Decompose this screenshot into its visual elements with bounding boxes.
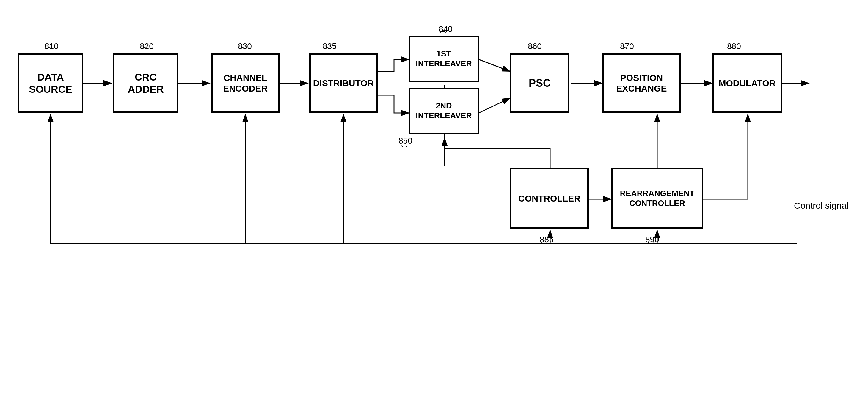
rearrangement-controller-label: REARRANGEMENTCONTROLLER	[620, 189, 695, 208]
ref-810: 810	[44, 42, 59, 51]
controller-label: CONTROLLER	[518, 193, 580, 204]
controller-block: CONTROLLER	[510, 168, 589, 229]
interleaver1-block: 1STINTERLEAVER	[409, 36, 479, 82]
ref-830: 830	[238, 42, 252, 51]
modulator-block: MODULATOR	[712, 54, 782, 113]
modulator-label: MODULATOR	[718, 78, 776, 89]
position-exchange-block: POSITIONEXCHANGE	[602, 54, 681, 113]
svg-line-5	[479, 60, 510, 71]
interleaver2-block: 2NDINTERLEAVER	[409, 88, 479, 134]
distributor-block: DISTRIBUTOR	[309, 54, 378, 113]
ref-890: 890	[645, 235, 659, 244]
interleaver2-label: 2NDINTERLEAVER	[416, 101, 472, 121]
svg-line-6	[479, 98, 510, 113]
ref-835: 835	[323, 42, 337, 51]
ref-820: 820	[140, 42, 154, 51]
data-source-block: DATA SOURCE	[18, 54, 83, 113]
ref-880: 880	[727, 42, 741, 51]
ref-840: 840	[439, 24, 453, 34]
diagram: DATA SOURCE CRCADDER CHANNELENCODER DIST…	[0, 0, 868, 403]
psc-label: PSC	[529, 77, 551, 90]
channel-encoder-block: CHANNELENCODER	[211, 54, 280, 113]
channel-encoder-label: CHANNELENCODER	[223, 72, 268, 94]
distributor-label: DISTRIBUTOR	[313, 78, 374, 89]
ref-885: 885	[540, 235, 554, 244]
position-exchange-label: POSITIONEXCHANGE	[616, 72, 667, 94]
crc-adder-block: CRCADDER	[113, 54, 178, 113]
ref-850: 850	[399, 136, 412, 146]
interleaver1-label: 1STINTERLEAVER	[416, 49, 472, 68]
rearrangement-controller-block: REARRANGEMENTCONTROLLER	[611, 168, 703, 229]
ref-860: 860	[528, 42, 542, 51]
control-signal-label: Control signal	[794, 201, 848, 211]
psc-block: PSC	[510, 54, 569, 113]
ref-870: 870	[620, 42, 634, 51]
data-source-label: DATA SOURCE	[19, 71, 82, 95]
crc-adder-label: CRCADDER	[128, 71, 164, 95]
